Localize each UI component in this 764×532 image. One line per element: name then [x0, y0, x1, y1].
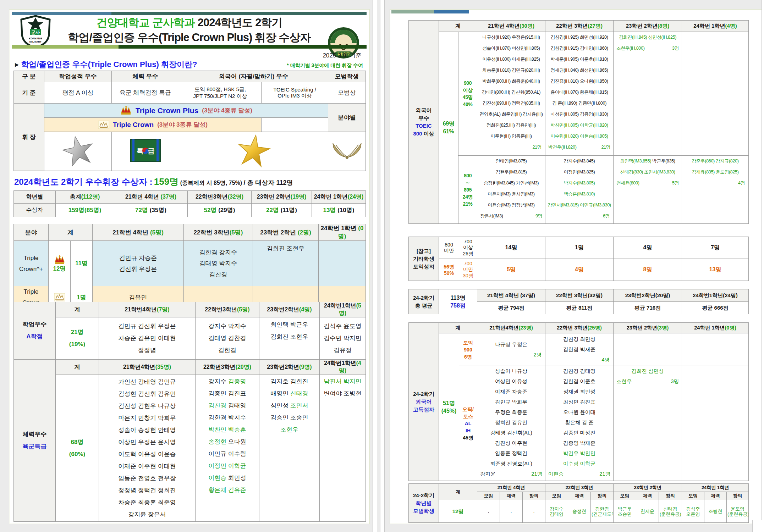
summary-h-y23: 23학번 2학년(19명) — [252, 191, 312, 204]
model-sub-h-y21-0: 모범 — [477, 492, 500, 500]
academic-h-y22: 22학번3학년(5명) — [196, 302, 259, 317]
toeic-b1-names-y23: 김희진(IH,845) 심민성(IH,825)조현우(IH,800)3명 — [614, 32, 682, 156]
summary-total: 159명(85명) — [56, 204, 114, 217]
tcp-banner-title: Triple Crown Plus — [136, 106, 198, 115]
hs-band2-sub: 오픽/토스ALIH45명 — [459, 366, 477, 481]
avg-v-y24: 평균 666점 — [682, 302, 749, 314]
model-cell-y24-모범: 김석주오준영 — [682, 500, 704, 523]
toeic-b1-names-y21: 나규상(IH,920) 우정은(915,IH)성솔아(IH,870) 여상민(I… — [477, 32, 545, 156]
model-cell-y23-창의: 신태경(훈련유공) — [659, 500, 682, 523]
ref-r1-y22: 1명 — [545, 237, 614, 259]
hs-h-y24: 24학번 1학년(0명) — [682, 323, 749, 333]
model-total: 12명 — [439, 500, 477, 523]
avg-h-y24: 24학번1학년(24명) — [682, 289, 749, 302]
model-sub-h-y22-0: 모범 — [545, 492, 568, 500]
academic-h-y23: 23학번2학년(4명) — [259, 302, 320, 317]
silver-star-badge — [62, 134, 94, 167]
standard-foreign-written: 토익 800점, HSK 5급,JPT 750/JLPT N2 이상 — [179, 82, 262, 104]
triple-crown-table: 분야 계 21학번 4학년 (5명) 22학번 3학년(5명) 23학번 2학년… — [13, 224, 366, 309]
page-edge-strip — [380, 0, 385, 532]
summary-h-total: 총계(112명) — [56, 191, 114, 204]
empty-cell — [262, 118, 328, 132]
cat-h-y22: 22학번 3학년(5명) — [184, 224, 253, 241]
section2-title-text: 2024학년도 2학기 우수휘장 수상자 : — [14, 177, 152, 187]
physical-total: 68명(60%) — [56, 375, 99, 522]
cat-tcp-names-y23: 김희진 조현우 — [253, 241, 319, 286]
hs-h-y21: 21학번4학년(23명) — [477, 323, 545, 333]
avg-total: 113명758점 — [439, 289, 477, 314]
academic-total: 21명(19%) — [56, 317, 99, 359]
summary-h-y21: 21학번 4학년 (37명) — [114, 191, 188, 204]
highscore-label: 24-2학기외국어고득점자 — [409, 323, 439, 481]
criteria-table: 구 분 학업성적 우수 체력 우수 외국어 (자필/말하기) 우수 모범학생 기… — [13, 71, 366, 171]
tc-banner-note: (3분야 3종류 달성) — [157, 121, 208, 129]
toeic-b2-names-y22: 강지수(IM3,845)이정민(IM3,825)박지수(IM3,805)백승훈(… — [545, 156, 614, 224]
toeic-label: 외국어우수TOEIC800 이상 — [409, 21, 439, 224]
page-edge-strip — [373, 0, 377, 532]
physical-h-y22: 22학번3학년(20명) — [196, 360, 259, 375]
toeic-total: 69명61% — [439, 32, 458, 224]
page-title-line2: 학업/졸업인증 우수(Triple Crown Plus) 휘장 수상자 — [9, 30, 369, 45]
cat-tcp-names-y21: 김민규 차승준김신휘 우정은 — [93, 241, 184, 286]
tc-banner-title: Triple Crown — [113, 121, 154, 129]
standard-academic: 평점 A 이상 — [44, 82, 112, 104]
cat-tcp-names-y24 — [319, 241, 366, 286]
document-page-2: 외국어우수TOEIC800 이상 계 21학번 4학년(30명) 22학번 3학… — [390, 9, 764, 524]
criteria-col-gubun: 구 분 — [14, 71, 44, 82]
model-h-y23: 23학번 2학년 — [614, 484, 682, 492]
summary-h-y24: 24학번 1학년(24명) — [312, 191, 366, 204]
hs-h-total: 계 — [439, 323, 477, 333]
crown-icon — [54, 293, 65, 301]
summary-y21: 72명 (35명) — [114, 204, 188, 217]
header-bar-bottom — [12, 45, 367, 49]
crown-plus-icon — [120, 106, 132, 115]
academic-h-total: 계 — [56, 302, 99, 317]
standard-physical: 육군 체력검정 특급 — [112, 82, 179, 104]
academic-h-y21: 21학번4학년(7명) — [99, 302, 196, 317]
army-special-grade-badge: 특 급 — [130, 139, 161, 162]
hs-b2-names-y21: 성솔아 나규상여상민 이유성이재준 차승준김민규 박희무우정은 최종훈정희진 김… — [477, 366, 545, 481]
criteria-col-foreign: 외국어 (자필/말하기) 우수 — [179, 71, 328, 82]
section2-title: 2024학년도 2학기 우수휘장 수상자 : 159명 (중복제외 시 85명,… — [14, 176, 293, 188]
cat-tcp-count: 11명 — [71, 241, 93, 286]
ref-r1-y24: 7명 — [682, 237, 749, 259]
ref-under700-label: 700미만30명 — [459, 259, 477, 281]
cat-h-y21: 21학번 4학년 (5명) — [93, 224, 184, 241]
ref-r2-y23: 8명 — [614, 259, 682, 281]
title-semester: 2024학년도 2학기 — [195, 16, 282, 29]
model-cell-y22-모범: 강지수김태영 — [545, 500, 568, 523]
document-canvas: { "accent_colors": {"green":"#1fa01f","b… — [0, 0, 764, 532]
page-edge-strip — [762, 0, 764, 532]
avg-v-y22: 평균 811점 — [545, 302, 614, 314]
model-sub-h-y21-1: 체력 — [500, 492, 523, 500]
academic-names-y21: 김민규 김신휘 우정은차승준 김유민 이태현정정념 — [99, 317, 196, 359]
avg-h-y22: 22학번 3학년(32명) — [545, 289, 614, 302]
model-cell-y24-창의: 윤도영(훈련유공) — [727, 500, 749, 523]
section2-total-count: 159명 — [154, 176, 178, 187]
model-h-y24: 24학번 1학년 — [682, 484, 749, 492]
ref-r2-y24: 13명 — [682, 259, 749, 281]
hs-b2-names-y23: 김희진 심민성조현우3명 — [614, 366, 682, 481]
ref-under800-label: 800미만 — [439, 237, 459, 259]
toeic-b1-names-y24 — [682, 32, 749, 156]
badge-army-special-cell: 특 급 — [112, 132, 179, 171]
standard-foreign-speaking: TOEIC Speaking /OPIc IM3 이상 — [262, 82, 328, 104]
model-h-y22: 22학번 3학년 — [545, 484, 614, 492]
gold-star-badge — [237, 133, 271, 167]
cat-tcp-icon-cell: 12명 — [49, 241, 71, 286]
laurel-wings-badge — [331, 140, 363, 160]
header-bar-top — [12, 12, 367, 15]
badge-gold-star-cell — [179, 132, 328, 171]
avg-v-y23: 평균 716점 — [614, 302, 682, 314]
model-sub-h-y23-1: 체력 — [636, 492, 659, 500]
model-cell-y21-체력: . — [500, 500, 523, 523]
criteria-col-model: 모범학생 — [328, 71, 366, 82]
model-label: 24-2학기학년별모범학생 — [409, 484, 439, 523]
header-bar-continuation — [391, 10, 469, 13]
document-page-1: 군사 KONYANG MILITARY 건양대학교 군사학과 2024학년도 2… — [9, 9, 370, 524]
badge-silver-star-cell — [44, 132, 112, 171]
model-h-total: 계 — [439, 484, 477, 500]
summary-y23: 22명 (11명) — [252, 204, 312, 217]
summary-row-label: 수상자 — [14, 204, 56, 217]
foreign-language-toeic-table: 외국어우수TOEIC800 이상 계 21학번 4학년(30명) 22학번 3학… — [408, 20, 749, 224]
